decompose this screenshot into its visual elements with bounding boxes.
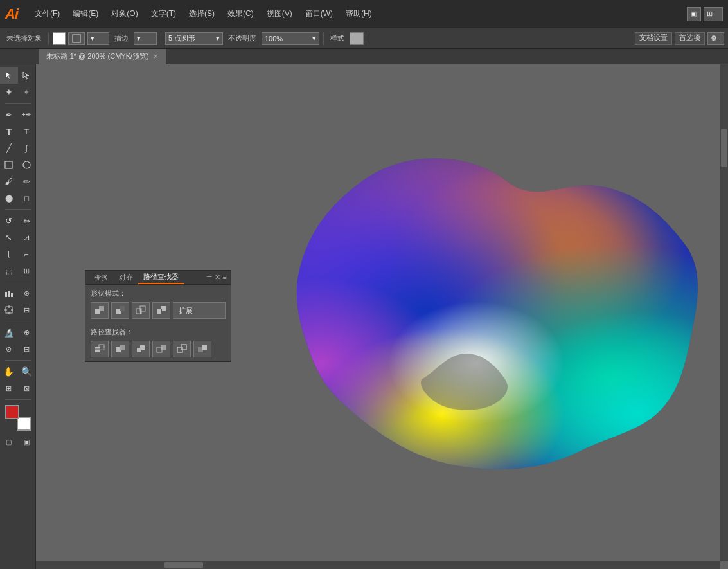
panel-tab-transform[interactable]: 变换 (89, 271, 114, 284)
lasso-tool[interactable]: ⌖ (18, 84, 36, 100)
ellipse-tool[interactable] (18, 156, 36, 173)
pf-merge[interactable] (132, 341, 150, 357)
zoom-tool[interactable]: 🔍 (18, 363, 36, 380)
pencil-tool[interactable]: ✏ (18, 173, 36, 190)
pf-trim[interactable] (111, 341, 129, 357)
vertical-type-tool[interactable]: ⊤ (18, 123, 36, 140)
shear-tool[interactable]: ⊿ (18, 229, 36, 246)
blob-svg (222, 141, 711, 482)
artboard-tool[interactable] (0, 302, 18, 318)
shape-mode-minus-front[interactable] (111, 302, 129, 319)
stroke-value-dropdown[interactable]: ▾ (134, 32, 157, 45)
shape-mode-exclude[interactable] (152, 302, 170, 319)
stroke-style-btn[interactable] (68, 32, 85, 45)
shape-mode-unite[interactable] (91, 302, 109, 319)
type-tools-row: T ⊤ (0, 123, 35, 140)
brush-shape-dropdown[interactable]: 5 点圆形▾ (165, 32, 223, 45)
column-graph-tool[interactable] (0, 285, 18, 302)
menu-help[interactable]: 帮助(H) (339, 6, 378, 22)
svg-point-2 (23, 161, 30, 168)
selection-tools-row (0, 67, 35, 84)
measure-tool[interactable]: ⊕ (18, 324, 36, 341)
pf-minus-back[interactable] (193, 341, 211, 357)
panel-tab-align[interactable]: 对齐 (114, 271, 138, 284)
live-paint-bucket-tool[interactable]: ⊟ (18, 341, 36, 357)
panel-collapse-btn[interactable]: ═ (207, 273, 212, 282)
arc-tool[interactable]: ∫ (18, 140, 36, 156)
warp-tool[interactable]: ⌊ (0, 246, 18, 262)
panel-close-btn[interactable]: ✕ (215, 273, 220, 282)
stroke-dropdown[interactable]: ▾ (87, 32, 109, 45)
line-tool[interactable]: ╱ (0, 140, 18, 156)
opacity-dropdown[interactable]: 100%▾ (262, 32, 319, 45)
shape-mode-buttons: 扩展 (85, 301, 231, 323)
hand-tool[interactable]: ✋ (0, 363, 18, 380)
expand-btn[interactable]: 扩展 (173, 302, 226, 319)
extra-tool[interactable]: ⊠ (18, 380, 36, 397)
fill-color-box[interactable] (53, 32, 66, 45)
svg-rect-33 (202, 345, 207, 350)
preferences-btn[interactable]: 首选项 (675, 32, 705, 45)
blob-shape-container (222, 141, 711, 482)
type-tool[interactable]: T (0, 123, 18, 140)
ruler-tool[interactable]: ⊟ (18, 302, 36, 318)
puppet-warp-tool[interactable]: ⊞ (18, 262, 36, 279)
panel-controls: ═ ✕ ≡ (207, 273, 227, 282)
panel-menu-btn[interactable]: ≡ (223, 273, 227, 282)
scale-tool[interactable]: ⤡ (0, 229, 18, 246)
panel-tab-pathfinder[interactable]: 路径查找器 (138, 271, 184, 284)
path-finder-buttons (85, 339, 231, 361)
shape-mode-intersect[interactable] (132, 302, 150, 319)
rotate-tool[interactable]: ↺ (0, 212, 18, 229)
magic-wand-tool[interactable]: ✦ (0, 84, 18, 100)
pf-crop[interactable] (152, 341, 170, 357)
menu-effect[interactable]: 效果(C) (221, 6, 260, 22)
gradient-tools-row: 🔬 ⊕ (0, 324, 35, 341)
paintbrush-tool[interactable]: 🖌 (0, 173, 18, 190)
free-transform-tool[interactable]: ⬚ (0, 262, 18, 279)
settings-icon[interactable]: ⚙ (707, 32, 724, 45)
pf-divide[interactable] (91, 341, 109, 357)
pf-outline[interactable] (173, 341, 191, 357)
layout-icon[interactable]: ▣ (687, 7, 701, 21)
horizontal-scrollbar[interactable] (36, 561, 720, 569)
menu-view[interactable]: 视图(V) (260, 6, 299, 22)
vertical-scrollbar[interactable] (720, 64, 728, 561)
menu-window[interactable]: 窗口(W) (299, 6, 339, 22)
print-tiling-tool[interactable]: ⊞ (0, 380, 18, 397)
add-anchor-tool[interactable]: +✒ (18, 106, 36, 123)
rectangle-tool[interactable] (0, 156, 18, 173)
document-tab[interactable]: 未标题-1* @ 200% (CMYK/预览) ✕ (39, 49, 166, 64)
reflect-tool[interactable]: ⇔ (18, 212, 36, 229)
blob-tools-row: ⬤ ◻ (0, 190, 35, 206)
selection-tool[interactable] (0, 67, 18, 84)
grid-icon[interactable]: ⊞ (704, 7, 723, 21)
screen-mode-none[interactable]: ▢ (0, 433, 18, 450)
width-tool[interactable]: ⌐ (18, 246, 36, 262)
opacity-label: 不透明度 (226, 33, 259, 43)
style-box[interactable] (350, 32, 364, 45)
menu-file[interactable]: 文件(F) (28, 6, 66, 22)
menu-object[interactable]: 对象(O) (105, 6, 144, 22)
eyedropper-tool[interactable]: 🔬 (0, 324, 18, 341)
scale-tools-row: ⤡ ⊿ (0, 229, 35, 246)
panel-header: 变换 对齐 路径查找器 ═ ✕ ≡ (85, 271, 231, 285)
screen-mode-menu[interactable]: ▣ (18, 433, 36, 450)
doc-settings-btn[interactable]: 文档设置 (635, 32, 672, 45)
menu-select[interactable]: 选择(S) (182, 6, 221, 22)
svg-rect-1 (5, 161, 12, 168)
symbol-sprayer-tool[interactable]: ⊛ (18, 285, 36, 302)
pen-tool[interactable]: ✒ (0, 106, 18, 123)
menu-text[interactable]: 文字(T) (145, 6, 182, 22)
direct-selection-tool[interactable] (18, 67, 36, 84)
rectangle-tools-row (0, 156, 35, 173)
blob-brush-tool[interactable]: ⬤ (0, 190, 18, 206)
close-tab-btn[interactable]: ✕ (153, 53, 158, 60)
foreground-color[interactable] (5, 405, 19, 419)
tabbar: 未标题-1* @ 200% (CMYK/预览) ✕ (0, 49, 728, 64)
no-selection-label: 未选择对象 (4, 33, 44, 43)
eraser-tool[interactable]: ◻ (18, 190, 36, 206)
tool-divider-4 (5, 321, 31, 321)
menu-edit[interactable]: 编辑(E) (66, 6, 105, 22)
blend-tool[interactable]: ⊙ (0, 341, 18, 357)
